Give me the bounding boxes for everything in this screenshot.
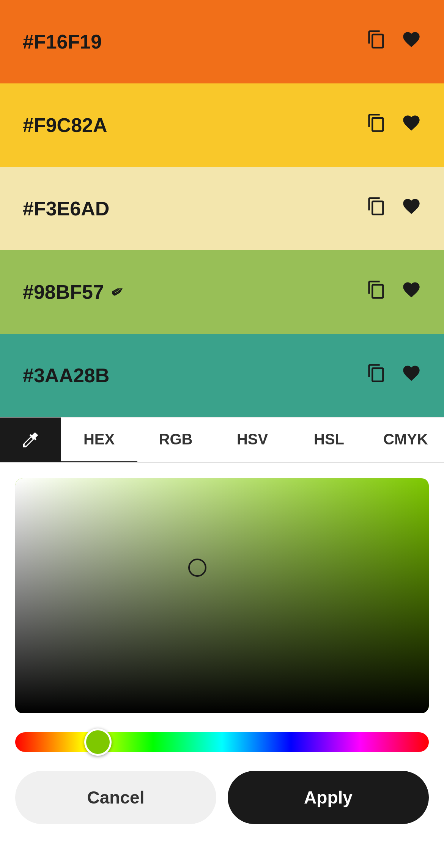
swatch-actions [367,280,421,304]
color-swatch-swatch-4: #98BF57 ✏ [0,250,444,334]
eyedropper-icon [20,430,40,450]
copy-icon[interactable] [367,196,386,221]
apply-button[interactable]: Apply [228,771,429,824]
favorite-icon[interactable] [401,363,421,388]
copy-icon[interactable] [367,363,386,388]
picker-cursor[interactable] [188,559,206,577]
swatch-actions [367,30,421,54]
swatch-actions [367,113,421,137]
hue-thumb[interactable] [84,728,112,756]
color-gradient-box[interactable] [15,478,429,713]
color-swatch-swatch-3: #F3E6AD [0,167,444,250]
color-swatch-swatch-2: #F9C82A [0,83,444,167]
tab-hsv[interactable]: HSV [214,418,291,462]
color-swatch-swatch-1: #F16F19 [0,0,444,83]
copy-icon[interactable] [367,280,386,304]
favorite-icon[interactable] [401,113,421,137]
swatch-hex-label: #F16F19 [23,30,102,53]
tab-eyedropper[interactable] [0,418,61,462]
tabs-row: HEXRGBHSVHSLCMYK [0,418,444,463]
favorite-icon[interactable] [401,196,421,221]
tab-rgb[interactable]: RGB [137,418,214,462]
buttons-row: Cancel Apply [0,752,444,847]
color-swatch-swatch-5: #3AA28B [0,334,444,417]
favorite-icon[interactable] [401,30,421,54]
copy-icon[interactable] [367,30,386,54]
swatch-hex-label: #F9C82A [23,114,107,137]
edit-icon[interactable]: ✏ [108,282,126,301]
tab-hex[interactable]: HEX [61,418,137,462]
tab-cmyk[interactable]: CMYK [367,418,444,462]
tab-hsl[interactable]: HSL [291,418,367,462]
favorite-icon[interactable] [401,280,421,304]
color-picker-area[interactable] [0,463,444,713]
swatch-hex-label: #3AA28B [23,364,109,387]
swatch-hex-label: #F3E6AD [23,197,109,220]
hue-slider-row[interactable] [0,713,444,752]
cancel-button[interactable]: Cancel [15,771,216,824]
swatch-actions [367,196,421,221]
copy-icon[interactable] [367,113,386,137]
swatch-actions [367,363,421,388]
hue-slider-track[interactable] [15,732,429,752]
swatch-hex-label: #98BF57 ✏ [23,281,123,303]
gradient-black-overlay [15,478,429,713]
